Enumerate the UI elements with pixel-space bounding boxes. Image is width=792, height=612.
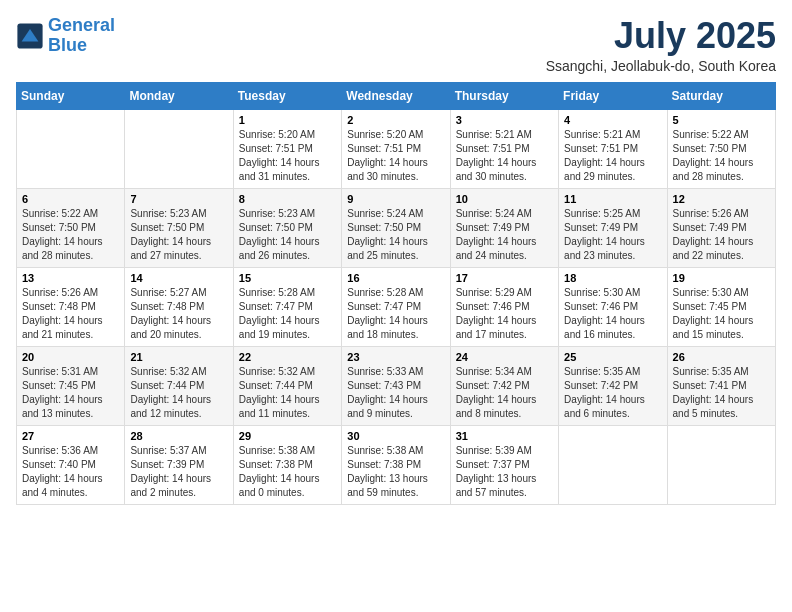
day-info: Sunrise: 5:22 AMSunset: 7:50 PMDaylight:… xyxy=(673,128,770,184)
calendar-cell xyxy=(667,425,775,504)
calendar-cell: 13Sunrise: 5:26 AMSunset: 7:48 PMDayligh… xyxy=(17,267,125,346)
header-wednesday: Wednesday xyxy=(342,82,450,109)
day-info: Sunrise: 5:35 AMSunset: 7:41 PMDaylight:… xyxy=(673,365,770,421)
day-number: 13 xyxy=(22,272,119,284)
day-number: 29 xyxy=(239,430,336,442)
calendar-cell: 21Sunrise: 5:32 AMSunset: 7:44 PMDayligh… xyxy=(125,346,233,425)
day-info: Sunrise: 5:29 AMSunset: 7:46 PMDaylight:… xyxy=(456,286,553,342)
day-number: 21 xyxy=(130,351,227,363)
day-number: 12 xyxy=(673,193,770,205)
calendar-cell: 1Sunrise: 5:20 AMSunset: 7:51 PMDaylight… xyxy=(233,109,341,188)
day-number: 26 xyxy=(673,351,770,363)
day-info: Sunrise: 5:20 AMSunset: 7:51 PMDaylight:… xyxy=(347,128,444,184)
day-info: Sunrise: 5:35 AMSunset: 7:42 PMDaylight:… xyxy=(564,365,661,421)
calendar-cell: 4Sunrise: 5:21 AMSunset: 7:51 PMDaylight… xyxy=(559,109,667,188)
day-number: 24 xyxy=(456,351,553,363)
day-info: Sunrise: 5:31 AMSunset: 7:45 PMDaylight:… xyxy=(22,365,119,421)
calendar-cell: 15Sunrise: 5:28 AMSunset: 7:47 PMDayligh… xyxy=(233,267,341,346)
day-number: 17 xyxy=(456,272,553,284)
day-number: 3 xyxy=(456,114,553,126)
calendar-cell: 29Sunrise: 5:38 AMSunset: 7:38 PMDayligh… xyxy=(233,425,341,504)
calendar-header-row: Sunday Monday Tuesday Wednesday Thursday… xyxy=(17,82,776,109)
day-number: 16 xyxy=(347,272,444,284)
day-number: 20 xyxy=(22,351,119,363)
header-thursday: Thursday xyxy=(450,82,558,109)
header-monday: Monday xyxy=(125,82,233,109)
calendar-cell: 2Sunrise: 5:20 AMSunset: 7:51 PMDaylight… xyxy=(342,109,450,188)
day-info: Sunrise: 5:28 AMSunset: 7:47 PMDaylight:… xyxy=(239,286,336,342)
day-number: 1 xyxy=(239,114,336,126)
title-block: July 2025 Ssangchi, Jeollabuk-do, South … xyxy=(546,16,776,74)
day-info: Sunrise: 5:37 AMSunset: 7:39 PMDaylight:… xyxy=(130,444,227,500)
day-info: Sunrise: 5:26 AMSunset: 7:48 PMDaylight:… xyxy=(22,286,119,342)
calendar-cell: 6Sunrise: 5:22 AMSunset: 7:50 PMDaylight… xyxy=(17,188,125,267)
day-info: Sunrise: 5:27 AMSunset: 7:48 PMDaylight:… xyxy=(130,286,227,342)
calendar-cell: 8Sunrise: 5:23 AMSunset: 7:50 PMDaylight… xyxy=(233,188,341,267)
calendar-week-1: 1Sunrise: 5:20 AMSunset: 7:51 PMDaylight… xyxy=(17,109,776,188)
day-info: Sunrise: 5:38 AMSunset: 7:38 PMDaylight:… xyxy=(347,444,444,500)
calendar-cell: 20Sunrise: 5:31 AMSunset: 7:45 PMDayligh… xyxy=(17,346,125,425)
day-info: Sunrise: 5:36 AMSunset: 7:40 PMDaylight:… xyxy=(22,444,119,500)
day-info: Sunrise: 5:32 AMSunset: 7:44 PMDaylight:… xyxy=(239,365,336,421)
day-number: 19 xyxy=(673,272,770,284)
calendar-table: Sunday Monday Tuesday Wednesday Thursday… xyxy=(16,82,776,505)
day-info: Sunrise: 5:23 AMSunset: 7:50 PMDaylight:… xyxy=(239,207,336,263)
day-info: Sunrise: 5:32 AMSunset: 7:44 PMDaylight:… xyxy=(130,365,227,421)
day-number: 30 xyxy=(347,430,444,442)
page-header: General Blue July 2025 Ssangchi, Jeollab… xyxy=(16,16,776,74)
day-info: Sunrise: 5:34 AMSunset: 7:42 PMDaylight:… xyxy=(456,365,553,421)
day-number: 14 xyxy=(130,272,227,284)
day-number: 5 xyxy=(673,114,770,126)
calendar-cell: 18Sunrise: 5:30 AMSunset: 7:46 PMDayligh… xyxy=(559,267,667,346)
location: Ssangchi, Jeollabuk-do, South Korea xyxy=(546,58,776,74)
day-number: 28 xyxy=(130,430,227,442)
month-title: July 2025 xyxy=(546,16,776,56)
day-info: Sunrise: 5:26 AMSunset: 7:49 PMDaylight:… xyxy=(673,207,770,263)
logo: General Blue xyxy=(16,16,115,56)
calendar-cell: 17Sunrise: 5:29 AMSunset: 7:46 PMDayligh… xyxy=(450,267,558,346)
day-number: 8 xyxy=(239,193,336,205)
day-info: Sunrise: 5:22 AMSunset: 7:50 PMDaylight:… xyxy=(22,207,119,263)
calendar-cell: 19Sunrise: 5:30 AMSunset: 7:45 PMDayligh… xyxy=(667,267,775,346)
logo-icon xyxy=(16,22,44,50)
day-info: Sunrise: 5:24 AMSunset: 7:49 PMDaylight:… xyxy=(456,207,553,263)
calendar-cell: 7Sunrise: 5:23 AMSunset: 7:50 PMDaylight… xyxy=(125,188,233,267)
logo-text: General Blue xyxy=(48,16,115,56)
header-sunday: Sunday xyxy=(17,82,125,109)
day-info: Sunrise: 5:25 AMSunset: 7:49 PMDaylight:… xyxy=(564,207,661,263)
calendar-cell xyxy=(559,425,667,504)
calendar-week-4: 20Sunrise: 5:31 AMSunset: 7:45 PMDayligh… xyxy=(17,346,776,425)
calendar-cell: 12Sunrise: 5:26 AMSunset: 7:49 PMDayligh… xyxy=(667,188,775,267)
calendar-week-5: 27Sunrise: 5:36 AMSunset: 7:40 PMDayligh… xyxy=(17,425,776,504)
day-number: 2 xyxy=(347,114,444,126)
day-info: Sunrise: 5:21 AMSunset: 7:51 PMDaylight:… xyxy=(564,128,661,184)
header-tuesday: Tuesday xyxy=(233,82,341,109)
day-number: 10 xyxy=(456,193,553,205)
calendar-cell: 31Sunrise: 5:39 AMSunset: 7:37 PMDayligh… xyxy=(450,425,558,504)
day-number: 25 xyxy=(564,351,661,363)
calendar-cell xyxy=(125,109,233,188)
calendar-cell: 24Sunrise: 5:34 AMSunset: 7:42 PMDayligh… xyxy=(450,346,558,425)
calendar-cell: 16Sunrise: 5:28 AMSunset: 7:47 PMDayligh… xyxy=(342,267,450,346)
day-number: 9 xyxy=(347,193,444,205)
day-number: 31 xyxy=(456,430,553,442)
day-number: 11 xyxy=(564,193,661,205)
day-number: 6 xyxy=(22,193,119,205)
day-info: Sunrise: 5:24 AMSunset: 7:50 PMDaylight:… xyxy=(347,207,444,263)
day-number: 22 xyxy=(239,351,336,363)
day-number: 23 xyxy=(347,351,444,363)
day-info: Sunrise: 5:33 AMSunset: 7:43 PMDaylight:… xyxy=(347,365,444,421)
calendar-cell xyxy=(17,109,125,188)
header-saturday: Saturday xyxy=(667,82,775,109)
calendar-cell: 28Sunrise: 5:37 AMSunset: 7:39 PMDayligh… xyxy=(125,425,233,504)
day-number: 18 xyxy=(564,272,661,284)
calendar-cell: 25Sunrise: 5:35 AMSunset: 7:42 PMDayligh… xyxy=(559,346,667,425)
day-number: 27 xyxy=(22,430,119,442)
calendar-week-2: 6Sunrise: 5:22 AMSunset: 7:50 PMDaylight… xyxy=(17,188,776,267)
calendar-cell: 30Sunrise: 5:38 AMSunset: 7:38 PMDayligh… xyxy=(342,425,450,504)
calendar-cell: 23Sunrise: 5:33 AMSunset: 7:43 PMDayligh… xyxy=(342,346,450,425)
day-info: Sunrise: 5:30 AMSunset: 7:46 PMDaylight:… xyxy=(564,286,661,342)
header-friday: Friday xyxy=(559,82,667,109)
day-number: 4 xyxy=(564,114,661,126)
calendar-cell: 11Sunrise: 5:25 AMSunset: 7:49 PMDayligh… xyxy=(559,188,667,267)
